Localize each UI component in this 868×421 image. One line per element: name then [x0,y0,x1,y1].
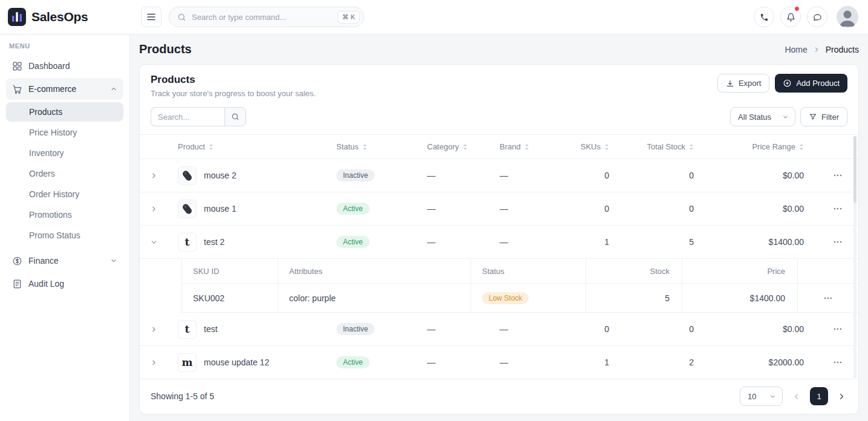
hamburger-icon [146,11,157,22]
keyboard-shortcut-chip: ⌘ K [338,11,360,24]
skus-cell: 1 [562,357,622,367]
sidebar-item-finance[interactable]: Finance [6,250,123,272]
subtable-actions-header [797,259,858,283]
chevron-right-icon [150,325,158,333]
table-scrollbar[interactable] [853,136,857,378]
sidebar-item-products[interactable]: Products [6,102,123,122]
sidebar-item-ecommerce[interactable]: E-commerce [6,78,123,100]
audit-log-icon [12,279,22,289]
export-button[interactable]: Export [717,74,770,93]
sidebar-item-promotions[interactable]: Promotions [6,205,123,224]
price-range-cell: $1400.00 [707,237,817,247]
plus-circle-icon [783,79,792,88]
price-range-cell: $0.00 [707,171,817,180]
sidebar-item-promo-status[interactable]: Promo Status [6,226,123,245]
notifications-button[interactable] [780,7,801,27]
page-number-button[interactable]: 1 [810,387,828,405]
subcolumn-header-price: Price [682,259,797,283]
product-image: t [178,233,197,252]
filter-button[interactable]: Filter [800,107,847,126]
expand-row-button[interactable] [148,169,160,182]
cart-icon [12,84,22,94]
table-search-input[interactable] [151,107,224,126]
previous-page-button[interactable] [791,391,802,402]
top-bar-main: ⌘ K [130,6,868,28]
phone-button[interactable] [754,7,774,27]
chevron-up-icon [110,85,117,93]
chevron-right-icon [150,205,158,213]
sidebar-item-label: Finance [28,256,59,266]
skus-cell: 0 [562,204,622,214]
notification-dot [794,6,800,11]
next-page-button[interactable] [836,391,847,402]
products-card: Products Track your store's progress to … [139,64,859,414]
row-actions-button[interactable] [830,234,846,250]
sort-icon [799,143,804,151]
sidebar-item-inventory[interactable]: Inventory [6,143,123,163]
category-cell: — [417,237,489,247]
product-name: mouse update 12 [204,357,269,367]
column-header-product[interactable]: Product [168,142,326,151]
table-header: Product Status Category Brand [140,134,858,159]
collapse-row-button[interactable] [148,236,160,249]
skus-cell: 1 [562,237,622,247]
search-icon [177,13,186,22]
user-avatar[interactable] [837,6,858,28]
status-badge: Inactive [336,323,374,335]
category-cell: — [417,204,489,214]
chevron-down-icon [782,114,789,120]
column-header-category[interactable]: Category [417,142,489,151]
chevron-right-icon [813,46,820,53]
global-search-input[interactable] [192,13,332,22]
table-search [151,107,246,126]
sidebar-item-order-history[interactable]: Order History [6,184,123,204]
sort-icon [524,143,529,151]
messages-button[interactable] [807,7,827,27]
sidebar-item-label: E-commerce [28,84,76,94]
subcolumn-header-sku-id: SKU ID [182,259,278,283]
row-actions-button[interactable] [830,354,846,370]
sidebar-item-label: Dashboard [28,61,70,71]
expand-row-button[interactable] [148,203,160,215]
column-header-brand[interactable]: Brand [489,142,562,151]
total-stock-cell: 0 [622,324,707,334]
total-stock-cell: 5 [622,237,707,247]
sidebar-item-dashboard[interactable]: Dashboard [6,55,123,77]
sidebar-item-audit-log[interactable]: Audit Log [6,273,123,295]
total-stock-cell: 0 [622,204,707,214]
table-search-button[interactable] [224,107,246,126]
add-product-button[interactable]: Add Product [775,74,847,93]
ellipsis-icon [832,237,843,247]
stock-status-badge: Low Stock [482,292,529,304]
chevron-down-icon [150,238,158,246]
sidebar-item-orders[interactable]: Orders [6,164,123,183]
scrollbar-thumb[interactable] [853,136,857,203]
stock-cell: 5 [586,284,682,312]
sidebar-toggle-button[interactable] [141,7,162,27]
sku-actions-button[interactable] [820,290,836,306]
category-cell: — [417,324,489,334]
brand-cell: — [489,237,562,247]
column-header-total-stock[interactable]: Total Stock [622,142,707,151]
column-header-status[interactable]: Status [326,142,417,151]
expand-row-button[interactable] [148,323,160,336]
brand[interactable]: SalesOps [0,8,130,26]
breadcrumb-home-link[interactable]: Home [785,45,807,54]
row-actions-button[interactable] [830,201,846,217]
breadcrumb: Home Products [785,45,859,54]
table-row: m mouse update 12 Active — — 1 2 $2000.0… [140,346,858,379]
table-footer: Showing 1-5 of 5 10 1 [140,379,858,414]
sku-id-cell: SKU002 [182,284,278,312]
table-row: t test 2 Active — — 1 5 $1400.00 [140,226,858,259]
row-actions-button[interactable] [830,168,846,183]
expand-row-button[interactable] [148,356,160,369]
chevron-left-icon [792,392,801,401]
sidebar-item-price-history[interactable]: Price History [6,123,123,142]
page-size-select[interactable]: 10 [740,387,783,406]
subcolumn-header-attributes: Attributes [278,259,471,283]
row-actions-button[interactable] [830,321,846,337]
column-header-skus[interactable]: SKUs [562,142,622,151]
column-header-price-range[interactable]: Price Range [707,142,817,151]
status-filter-select[interactable]: All Status [730,107,795,126]
table-row: mouse 2 Inactive — — 0 0 $0.00 [140,159,858,192]
